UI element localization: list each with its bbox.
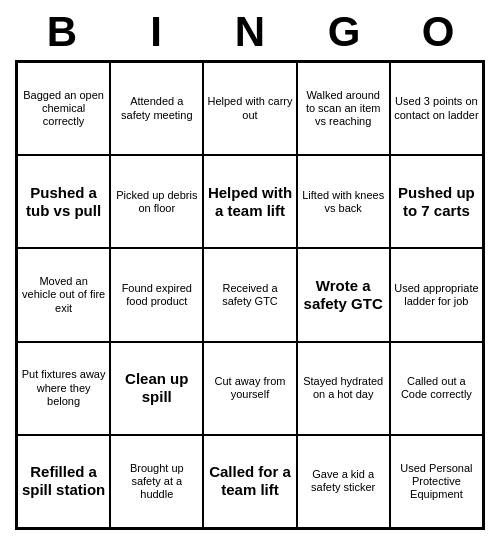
bingo-cell[interactable]: Lifted with knees vs back	[297, 155, 390, 248]
bingo-cell[interactable]: Bagged an open chemical correctly	[17, 62, 110, 155]
bingo-cell[interactable]: Called for a team lift	[203, 435, 296, 528]
bingo-cell[interactable]: Picked up debris on floor	[110, 155, 203, 248]
bingo-cell[interactable]: Wrote a safety GTC	[297, 248, 390, 341]
bingo-cell[interactable]: Helped with a team lift	[203, 155, 296, 248]
bingo-cell[interactable]: Received a safety GTC	[203, 248, 296, 341]
bingo-cell[interactable]: Cut away from yourself	[203, 342, 296, 435]
bingo-grid: Bagged an open chemical correctlyAttende…	[15, 60, 485, 530]
bingo-cell[interactable]: Called out a Code correctly	[390, 342, 483, 435]
bingo-cell[interactable]: Put fixtures away where they belong	[17, 342, 110, 435]
bingo-cell[interactable]: Found expired food product	[110, 248, 203, 341]
bingo-cell[interactable]: Refilled a spill station	[17, 435, 110, 528]
bingo-cell[interactable]: Brought up safety at a huddle	[110, 435, 203, 528]
bingo-cell[interactable]: Attended a safety meeting	[110, 62, 203, 155]
letter-o: O	[413, 8, 463, 56]
letter-g: G	[319, 8, 369, 56]
bingo-header: B I N G O	[15, 0, 485, 60]
bingo-cell[interactable]: Used 3 points on contact on ladder	[390, 62, 483, 155]
letter-b: B	[37, 8, 87, 56]
bingo-cell[interactable]: Walked around to scan an item vs reachin…	[297, 62, 390, 155]
bingo-cell[interactable]: Gave a kid a safety sticker	[297, 435, 390, 528]
letter-i: I	[131, 8, 181, 56]
bingo-cell[interactable]: Stayed hydrated on a hot day	[297, 342, 390, 435]
bingo-cell[interactable]: Used Personal Protective Equipment	[390, 435, 483, 528]
bingo-cell[interactable]: Used appropriate ladder for job	[390, 248, 483, 341]
bingo-cell[interactable]: Helped with carry out	[203, 62, 296, 155]
bingo-cell[interactable]: Clean up spill	[110, 342, 203, 435]
letter-n: N	[225, 8, 275, 56]
bingo-cell[interactable]: Moved an vehicle out of fire exit	[17, 248, 110, 341]
bingo-cell[interactable]: Pushed up to 7 carts	[390, 155, 483, 248]
bingo-cell[interactable]: Pushed a tub vs pull	[17, 155, 110, 248]
